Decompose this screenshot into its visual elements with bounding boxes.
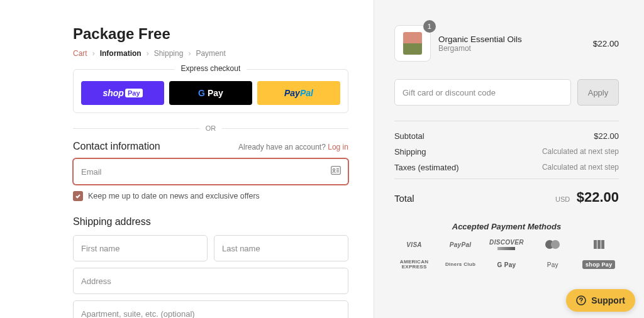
- product-name: Organic Essential Oils: [438, 35, 522, 44]
- contact-information-heading: Contact information: [73, 141, 160, 152]
- visa-icon: VISA: [406, 238, 422, 251]
- total-label: Total: [394, 193, 414, 204]
- newsletter-label: Keep me up to date on news and exclusive…: [88, 192, 260, 200]
- last-name-field[interactable]: [214, 235, 348, 261]
- svg-rect-0: [331, 167, 341, 175]
- contact-card-icon: [331, 166, 341, 177]
- breadcrumb-payment: Payment: [196, 49, 225, 58]
- newsletter-checkbox[interactable]: [73, 191, 83, 201]
- line-item-price: $22.00: [593, 39, 619, 48]
- google-pay-button[interactable]: G Pay: [169, 81, 252, 105]
- support-button[interactable]: Support: [566, 289, 635, 312]
- quantity-badge: 1: [423, 20, 436, 33]
- apply-discount-button[interactable]: Apply: [577, 79, 619, 106]
- svg-point-6: [581, 302, 582, 303]
- shipping-label: Shipping: [394, 147, 426, 156]
- mastercard-icon: [545, 238, 560, 251]
- amex-icon: AMERICAN EXPRESS: [394, 258, 434, 271]
- product-variant: Bergamot: [438, 44, 522, 53]
- google-pay-icon: G Pay: [497, 258, 516, 271]
- express-checkout-box: Express checkout shopPay G Pay PayPal: [73, 69, 348, 113]
- shipping-address-heading: Shipping address: [73, 216, 348, 228]
- login-prompt: Already have an account? Log in: [238, 143, 348, 151]
- shipping-value: Calculated at next step: [542, 147, 619, 156]
- subtotal-value: $22.00: [594, 131, 619, 141]
- breadcrumb-information: Information: [100, 49, 142, 58]
- paypal-icon: PayPal: [450, 238, 472, 251]
- email-field[interactable]: [73, 158, 348, 185]
- subtotal-label: Subtotal: [394, 131, 425, 141]
- discount-code-field[interactable]: [394, 79, 571, 106]
- chevron-right-icon: ›: [147, 49, 149, 58]
- payment-methods-grid: VISA PayPal DISCOVER AMERICAN EXPRESS Di…: [394, 238, 619, 271]
- breadcrumb-cart[interactable]: Cart: [73, 49, 87, 58]
- cart-line-item: 1 Organic Essential Oils Bergamot $22.00: [394, 25, 619, 62]
- currency-code: usd: [555, 195, 570, 203]
- taxes-label: Taxes (estimated): [394, 163, 459, 172]
- chevron-right-icon: ›: [188, 49, 191, 58]
- address-field[interactable]: [73, 268, 348, 294]
- divider-or: OR: [73, 124, 348, 132]
- svg-point-1: [333, 168, 335, 170]
- first-name-field[interactable]: [73, 235, 208, 261]
- total-value: $22.00: [577, 189, 619, 205]
- express-checkout-label: Express checkout: [175, 64, 247, 73]
- chevron-right-icon: ›: [92, 49, 95, 58]
- accepted-payment-heading: Accepted Payment Methods: [394, 222, 619, 231]
- breadcrumb-shipping: Shipping: [154, 49, 184, 58]
- paypal-button[interactable]: PayPal: [257, 81, 340, 105]
- apartment-field[interactable]: [73, 300, 348, 318]
- discover-icon: DISCOVER: [489, 238, 524, 251]
- diners-club-icon: Diners Club: [445, 258, 475, 271]
- breadcrumb: Cart › Information › Shipping › Payment: [73, 49, 348, 58]
- shop-pay-icon: shop Pay: [582, 260, 615, 269]
- shop-pay-button[interactable]: shopPay: [81, 81, 164, 105]
- store-title: Package Free: [73, 25, 348, 43]
- login-link[interactable]: Log in: [328, 143, 348, 151]
- jcb-icon: [594, 238, 604, 251]
- taxes-value: Calculated at next step: [542, 163, 619, 172]
- apple-pay-icon: Pay: [547, 258, 558, 271]
